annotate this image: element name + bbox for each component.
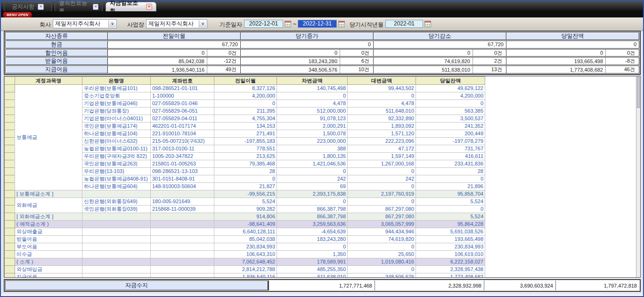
debit-cell: 485,255,350 bbox=[277, 266, 348, 273]
debit-cell: 69 bbox=[277, 183, 348, 190]
bank-row[interactable]: 미수금106,643,3101,35025,650106,619,010 bbox=[5, 251, 485, 258]
row-indicator[interactable] bbox=[5, 206, 15, 213]
bank-name-cell: 신한은행(외화통장649) bbox=[82, 198, 151, 206]
col-account-number: 계좌번호 bbox=[151, 77, 214, 85]
date-to-input[interactable]: 2022-12-31 bbox=[298, 20, 337, 28]
row-indicator[interactable] bbox=[5, 273, 15, 278]
asset-count: 46건 bbox=[605, 66, 639, 73]
tab-notices[interactable]: 공지사항 × bbox=[4, 2, 52, 11]
asset-amount: 348,506,576 bbox=[241, 66, 340, 73]
row-indicator[interactable] bbox=[5, 153, 15, 160]
debit-cell: 1,500,078 bbox=[277, 130, 348, 138]
row-indicator[interactable] bbox=[5, 198, 15, 206]
row-indicator[interactable] bbox=[5, 100, 15, 107]
prev-balance-cell: 79,385,468 bbox=[214, 160, 277, 168]
bank-row[interactable]: 외상매입금2,814,212,788485,255,35002,328,957,… bbox=[5, 266, 485, 273]
account-number-cell: 180-005-921649 bbox=[151, 198, 214, 206]
row-indicator[interactable] bbox=[5, 236, 15, 243]
site-select[interactable]: 제일저지주식회사 ∨ bbox=[146, 19, 207, 28]
row-indicator[interactable] bbox=[5, 115, 15, 123]
asset-amount: 0 bbox=[506, 50, 605, 57]
row-indicator[interactable] bbox=[5, 251, 15, 258]
calendar-icon[interactable] bbox=[285, 21, 291, 27]
row-indicator[interactable] bbox=[5, 258, 15, 266]
asset-count: 0건 bbox=[473, 50, 506, 57]
close-icon[interactable]: × bbox=[38, 4, 44, 10]
debit-cell: 0 bbox=[277, 92, 348, 100]
account-name-cell: 미수금 bbox=[15, 251, 82, 258]
calendar-icon[interactable] bbox=[338, 21, 345, 27]
credit-cell: 74,619,820 bbox=[348, 236, 416, 243]
bank-name-cell bbox=[82, 243, 151, 251]
company-select[interactable]: 제일저지주식회사 ∨ bbox=[53, 19, 117, 28]
asset-cell-group: 85,042,038-12건 bbox=[108, 58, 241, 65]
asset-amount: 0 bbox=[241, 50, 340, 57]
row-indicator[interactable] bbox=[5, 123, 15, 130]
vertical-scrollbar[interactable] bbox=[636, 76, 640, 277]
account-number-cell: 301-0151-8408-91 bbox=[151, 175, 214, 183]
scrollbar-thumb[interactable] bbox=[637, 77, 640, 108]
chevron-down-icon[interactable]: ∨ bbox=[199, 20, 206, 27]
row-indicator[interactable] bbox=[5, 130, 15, 138]
calendar-icon[interactable] bbox=[424, 21, 431, 27]
row-indicator[interactable] bbox=[5, 243, 15, 251]
row-indicator[interactable] bbox=[5, 228, 15, 236]
bank-row[interactable]: [ 보통예금소계 ]-99,556,2152,393,175,8382,197,… bbox=[5, 190, 485, 198]
account-number-cell bbox=[151, 228, 214, 236]
base-date-label: 기준일자 bbox=[217, 21, 242, 29]
row-indicator[interactable] bbox=[5, 168, 15, 175]
asset-header-cell: 자산종류 bbox=[6, 33, 108, 40]
asset-amount: 67,720 bbox=[108, 41, 240, 48]
row-indicator[interactable] bbox=[5, 92, 15, 100]
credit-cell: 0 bbox=[348, 92, 416, 100]
credit-cell: 3,065,057,999 bbox=[348, 221, 416, 228]
bank-row[interactable]: 외상매출금6,640,128,111-4,654,639944,434,9465… bbox=[5, 228, 485, 236]
date-from-input[interactable]: 2022-12-01 bbox=[244, 20, 283, 28]
bank-row[interactable]: [ 외화예금소계 ]914,806866,387,798867,297,0805… bbox=[5, 213, 485, 221]
bank-row[interactable]: ( 예적금소계 )-98,641,4093,259,563,6363,065,0… bbox=[5, 221, 485, 228]
row-indicator[interactable] bbox=[5, 85, 15, 92]
bank-row[interactable]: 받을어음85,042,038183,243,28074,619,820193,6… bbox=[5, 236, 485, 243]
period-start-input[interactable]: 2022-01 bbox=[385, 20, 423, 28]
row-indicator[interactable] bbox=[5, 145, 15, 153]
bank-row[interactable]: 외화예금신한은행(외화통장649)180-005-9216495,524005,… bbox=[5, 198, 485, 206]
bank-name-cell bbox=[82, 190, 151, 198]
prev-balance-cell: 1,936,540,116 bbox=[214, 273, 277, 278]
chevron-down-icon[interactable]: ∨ bbox=[108, 20, 116, 27]
row-indicator[interactable] bbox=[5, 190, 15, 198]
tab-daily-funds-report[interactable]: 자금일보조회 × bbox=[106, 2, 156, 11]
day-balance-cell: 95,858,704 bbox=[416, 190, 485, 198]
row-indicator[interactable] bbox=[5, 138, 15, 145]
row-indicator[interactable] bbox=[5, 160, 15, 168]
row-indicator[interactable] bbox=[5, 266, 15, 273]
bank-row[interactable]: 부도어음230,834,99300230,834,993 bbox=[5, 243, 485, 251]
col-account-name: 계정과목명 bbox=[15, 77, 82, 85]
account-number-cell bbox=[151, 273, 214, 278]
row-indicator[interactable] bbox=[5, 175, 15, 183]
prev-balance-cell: 0 bbox=[214, 100, 277, 107]
asset-amount: 1,936,540,116 bbox=[108, 66, 207, 73]
close-icon[interactable]: × bbox=[93, 4, 98, 10]
row-indicator[interactable] bbox=[5, 221, 15, 228]
bank-name-cell bbox=[82, 221, 151, 228]
bank-row[interactable]: ( 소계 )7,062,648,452178,589,9911,019,080,… bbox=[5, 258, 485, 266]
bank-name-cell: 우리은행(보통예금101) bbox=[82, 85, 151, 92]
prev-balance-cell: 213,625 bbox=[214, 153, 277, 160]
asset-header-cell: 당기감소 bbox=[374, 33, 506, 40]
prev-balance-cell: 85,042,038 bbox=[214, 236, 277, 243]
asset-row: 받을어음85,042,038-12건183,243,2806건74,619,82… bbox=[5, 57, 639, 65]
debit-cell: 178,589,991 bbox=[277, 258, 348, 266]
bank-name-cell bbox=[82, 266, 151, 273]
row-indicator[interactable] bbox=[5, 213, 15, 221]
prev-balance-cell: 4,755,304 bbox=[214, 115, 277, 123]
row-indicator-header bbox=[5, 77, 15, 85]
close-icon[interactable]: × bbox=[146, 4, 152, 10]
bank-row[interactable]: 지급어음1,936,540,116511,638,010348,506,5761… bbox=[5, 273, 485, 278]
day-balance-cell: 5,691,038,526 bbox=[416, 228, 485, 236]
bank-row[interactable]: 보통예금우리은행(보통예금101)098-286521-01-1018,327,… bbox=[5, 85, 485, 92]
asset-amount: 183,243,280 bbox=[241, 58, 340, 65]
tab-voucher-entry[interactable]: 결의전표등록 × bbox=[55, 2, 103, 11]
row-indicator[interactable] bbox=[5, 183, 15, 190]
row-indicator[interactable] bbox=[5, 107, 15, 115]
account-number-cell bbox=[151, 236, 214, 243]
